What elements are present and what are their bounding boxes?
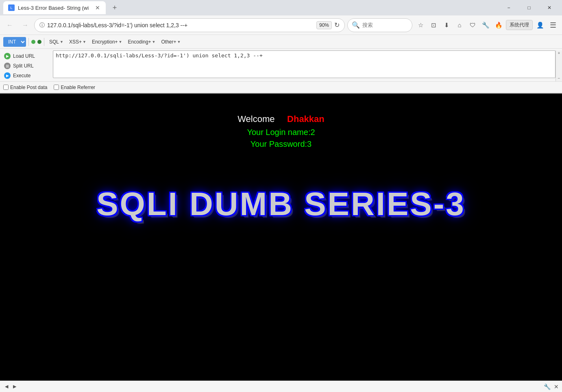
- hackbar-side-buttons: ▶ Load URL ⊞ Split URL ▶ Execute: [0, 50, 53, 81]
- search-icon: 🔍: [352, 21, 360, 29]
- execute-label: Execute: [13, 73, 30, 78]
- hackbar-url-input[interactable]: http://127.0.0.1/sqli-labs/Less-3/?id=-1…: [53, 50, 555, 78]
- separator2: [44, 38, 44, 46]
- welcome-text: Welcome Dhakkan Your Login name:2 Your P…: [237, 114, 325, 149]
- tools-icon[interactable]: 🔧: [480, 20, 491, 31]
- title-bar: L Less-3 Error Based- String (wi ✕ + − □…: [0, 0, 562, 15]
- execute-icon: ▶: [4, 72, 11, 79]
- separator: [28, 38, 29, 46]
- tab-close-button[interactable]: ✕: [94, 4, 101, 11]
- series-title-text: SQLI DUMB SERIES-3: [96, 185, 466, 223]
- hackbar: INT SQL ▼ XSS+ ▼ Encryption+ ▼ Encoding+…: [0, 35, 562, 94]
- status-nav: ◀ ▶: [3, 383, 18, 390]
- login-name: Your Login name:2: [237, 128, 325, 137]
- nav-icons: ☆ ⊡ ⬇ ⌂ 🛡 🔧 🔥 系统代理 👤 ☰: [415, 20, 559, 31]
- maximize-button[interactable]: □: [520, 1, 538, 14]
- green-dot-2: [37, 40, 41, 44]
- new-tab-button[interactable]: +: [109, 2, 120, 13]
- status-close-icon[interactable]: ✕: [554, 383, 559, 390]
- hackbar-checkboxes: Enable Post data Enable Referrer: [0, 81, 562, 93]
- status-bar: ◀ ▶ 🔧 ✕: [0, 381, 562, 392]
- referrer-label: Enable Referrer: [61, 85, 95, 90]
- back-button[interactable]: ←: [3, 19, 16, 32]
- referrer-checkbox[interactable]: [54, 85, 59, 90]
- minimize-button[interactable]: −: [499, 1, 518, 14]
- status-prev-button[interactable]: ◀: [3, 383, 10, 390]
- hackbar-menu: INT SQL ▼ XSS+ ▼ Encryption+ ▼ Encoding+…: [0, 35, 562, 49]
- tab-title: Less-3 Error Based- String (wi: [18, 5, 89, 11]
- welcome-name: Dhakkan: [287, 114, 325, 124]
- tab-favicon: L: [8, 4, 15, 11]
- wrench-icon[interactable]: 🔧: [544, 383, 551, 390]
- menu-icon[interactable]: ☰: [547, 20, 559, 31]
- split-url-button[interactable]: ⊞ Split URL: [2, 62, 50, 70]
- sql-menu[interactable]: SQL ▼: [47, 38, 66, 46]
- encryption-menu[interactable]: Encryption+ ▼: [89, 38, 125, 46]
- avatar-icon[interactable]: 👤: [534, 20, 546, 31]
- search-input[interactable]: [362, 22, 403, 28]
- series-title: SQLI DUMB SERIES-3: [96, 185, 466, 223]
- split-url-label: Split URL: [13, 63, 34, 69]
- hackbar-type-select[interactable]: INT: [3, 37, 26, 47]
- other-menu[interactable]: Other+ ▼: [159, 38, 183, 46]
- reader-icon[interactable]: ⊡: [428, 20, 439, 31]
- scroll-down-button[interactable]: −: [557, 76, 561, 81]
- info-icon: ⓘ: [39, 22, 45, 29]
- status-next-button[interactable]: ▶: [11, 383, 18, 390]
- load-url-label: Load URL: [13, 53, 35, 59]
- hackbar-url-area: ▶ Load URL ⊞ Split URL ▶ Execute http://…: [0, 49, 562, 81]
- reload-button[interactable]: ↻: [334, 21, 340, 29]
- split-url-icon: ⊞: [4, 63, 11, 69]
- referrer-checkbox-label[interactable]: Enable Referrer: [54, 85, 95, 90]
- main-content: Welcome Dhakkan Your Login name:2 Your P…: [0, 94, 562, 381]
- browser-tab[interactable]: L Less-3 Error Based- String (wi ✕: [3, 1, 106, 14]
- hackbar-scrollbar: + −: [555, 50, 562, 81]
- zoom-indicator[interactable]: 90%: [316, 21, 332, 29]
- download-icon[interactable]: ⬇: [441, 20, 452, 31]
- nav-bar: ← → ⓘ 90% ↻ 🔍 ☆ ⊡ ⬇ ⌂ 🛡 🔧 🔥 系统代理 👤 ☰: [0, 15, 562, 35]
- green-dot-1: [31, 40, 35, 44]
- bookmark-icon[interactable]: ☆: [415, 20, 426, 31]
- window-controls: − □ ✕: [499, 1, 559, 14]
- forward-button[interactable]: →: [19, 19, 32, 32]
- encoding-menu[interactable]: Encoding+ ▼: [126, 38, 158, 46]
- scroll-up-button[interactable]: +: [557, 51, 561, 55]
- load-url-icon: ▶: [4, 53, 11, 59]
- password: Your Password:3: [237, 139, 325, 149]
- search-box: 🔍: [347, 18, 412, 32]
- welcome-label: Welcome: [237, 114, 274, 124]
- close-button[interactable]: ✕: [540, 1, 559, 14]
- load-url-button[interactable]: ▶ Load URL: [2, 52, 50, 60]
- proxy-button[interactable]: 系统代理: [506, 20, 533, 30]
- welcome-line: Welcome Dhakkan: [237, 114, 325, 124]
- post-data-label: Enable Post data: [10, 85, 47, 90]
- post-data-checkbox-label[interactable]: Enable Post data: [3, 85, 47, 90]
- fire-icon[interactable]: 🔥: [493, 20, 504, 31]
- post-data-checkbox[interactable]: [3, 85, 9, 90]
- execute-button[interactable]: ▶ Execute: [2, 72, 50, 80]
- address-bar[interactable]: [47, 22, 314, 28]
- status-tools: 🔧 ✕: [544, 383, 559, 390]
- hackbar-textarea-wrapper: http://127.0.0.1/sqli-labs/Less-3/?id=-1…: [53, 50, 555, 81]
- address-bar-container: ⓘ 90% ↻: [34, 18, 345, 32]
- home-icon[interactable]: ⌂: [454, 20, 465, 31]
- shield-icon[interactable]: 🛡: [467, 20, 478, 31]
- xss-menu[interactable]: XSS+ ▼: [67, 38, 89, 46]
